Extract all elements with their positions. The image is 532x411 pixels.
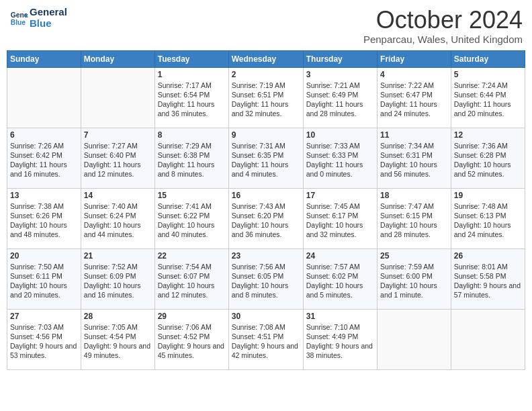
day-number: 31 (306, 312, 374, 321)
calendar-cell: 6Sunrise: 7:26 AM Sunset: 6:42 PM Daylig… (7, 128, 81, 188)
calendar-cell: 10Sunrise: 7:33 AM Sunset: 6:33 PM Dayli… (303, 128, 377, 188)
day-details: Sunrise: 7:50 AM Sunset: 6:11 PM Dayligh… (10, 262, 78, 300)
day-number: 22 (158, 251, 226, 261)
svg-text:Blue: Blue (11, 19, 26, 26)
day-number: 26 (454, 251, 522, 261)
day-number: 20 (10, 251, 78, 261)
day-details: Sunrise: 7:34 AM Sunset: 6:31 PM Dayligh… (380, 141, 448, 179)
day-number: 2 (232, 70, 300, 79)
day-number: 18 (380, 191, 448, 200)
day-details: Sunrise: 7:36 AM Sunset: 6:28 PM Dayligh… (454, 141, 522, 179)
calendar-cell: 2Sunrise: 7:19 AM Sunset: 6:51 PM Daylig… (228, 67, 303, 128)
day-details: Sunrise: 7:54 AM Sunset: 6:07 PM Dayligh… (158, 262, 226, 300)
day-details: Sunrise: 7:52 AM Sunset: 6:09 PM Dayligh… (84, 262, 152, 300)
day-details: Sunrise: 7:56 AM Sunset: 6:05 PM Dayligh… (232, 262, 300, 300)
calendar-cell: 3Sunrise: 7:21 AM Sunset: 6:49 PM Daylig… (303, 67, 377, 128)
calendar-cell: 8Sunrise: 7:29 AM Sunset: 6:38 PM Daylig… (154, 128, 228, 188)
day-number: 5 (454, 70, 522, 79)
day-details: Sunrise: 7:41 AM Sunset: 6:22 PM Dayligh… (158, 201, 226, 240)
calendar-cell: 26Sunrise: 8:01 AM Sunset: 5:58 PM Dayli… (451, 248, 525, 309)
calendar-cell: 20Sunrise: 7:50 AM Sunset: 6:11 PM Dayli… (7, 248, 81, 309)
day-details: Sunrise: 7:59 AM Sunset: 6:00 PM Dayligh… (380, 262, 448, 300)
calendar-cell: 5Sunrise: 7:24 AM Sunset: 6:44 PM Daylig… (451, 67, 525, 128)
day-details: Sunrise: 7:38 AM Sunset: 6:26 PM Dayligh… (10, 201, 78, 240)
calendar-cell: 12Sunrise: 7:36 AM Sunset: 6:28 PM Dayli… (451, 128, 525, 188)
day-number: 8 (158, 130, 226, 140)
calendar-cell (378, 309, 451, 369)
day-details: Sunrise: 7:57 AM Sunset: 6:02 PM Dayligh… (306, 262, 374, 300)
day-number: 4 (380, 70, 448, 79)
day-details: Sunrise: 7:08 AM Sunset: 4:51 PM Dayligh… (232, 322, 300, 361)
calendar-cell: 31Sunrise: 7:10 AM Sunset: 4:49 PM Dayli… (303, 309, 377, 369)
day-number: 25 (380, 251, 448, 261)
logo-icon: General Blue (9, 9, 28, 28)
day-number: 28 (84, 312, 152, 321)
day-number: 14 (84, 191, 152, 200)
calendar-cell: 7Sunrise: 7:27 AM Sunset: 6:40 PM Daylig… (81, 128, 154, 188)
day-details: Sunrise: 8:01 AM Sunset: 5:58 PM Dayligh… (454, 262, 522, 300)
col-header-thursday: Thursday (303, 50, 377, 67)
calendar-cell (7, 67, 81, 128)
title-block: October 2024 Penparcau, Wales, United Ki… (363, 7, 523, 45)
day-number: 30 (232, 312, 300, 321)
day-details: Sunrise: 7:03 AM Sunset: 4:56 PM Dayligh… (10, 322, 78, 361)
calendar-cell (451, 309, 525, 369)
day-number: 1 (158, 70, 226, 79)
col-header-saturday: Saturday (451, 50, 525, 67)
day-details: Sunrise: 7:06 AM Sunset: 4:52 PM Dayligh… (158, 322, 226, 361)
week-row-1: 1Sunrise: 7:17 AM Sunset: 6:54 PM Daylig… (7, 67, 525, 128)
day-details: Sunrise: 7:10 AM Sunset: 4:49 PM Dayligh… (306, 322, 374, 361)
day-details: Sunrise: 7:05 AM Sunset: 4:54 PM Dayligh… (84, 322, 152, 361)
calendar-cell: 30Sunrise: 7:08 AM Sunset: 4:51 PM Dayli… (228, 309, 303, 369)
day-number: 6 (10, 130, 78, 140)
col-header-sunday: Sunday (7, 50, 81, 67)
day-details: Sunrise: 7:47 AM Sunset: 6:15 PM Dayligh… (380, 201, 448, 240)
month-title: October 2024 (363, 7, 523, 34)
day-details: Sunrise: 7:21 AM Sunset: 6:49 PM Dayligh… (306, 81, 374, 119)
day-number: 24 (306, 251, 374, 261)
day-number: 21 (84, 251, 152, 261)
day-details: Sunrise: 7:45 AM Sunset: 6:17 PM Dayligh… (306, 201, 374, 240)
day-number: 10 (306, 130, 374, 140)
day-number: 3 (306, 70, 374, 79)
week-row-5: 27Sunrise: 7:03 AM Sunset: 4:56 PM Dayli… (7, 309, 525, 369)
svg-text:General: General (11, 11, 28, 19)
day-number: 29 (158, 312, 226, 321)
day-details: Sunrise: 7:27 AM Sunset: 6:40 PM Dayligh… (84, 141, 152, 179)
day-number: 17 (306, 191, 374, 200)
calendar-cell: 24Sunrise: 7:57 AM Sunset: 6:02 PM Dayli… (303, 248, 377, 309)
day-details: Sunrise: 7:24 AM Sunset: 6:44 PM Dayligh… (454, 81, 522, 119)
day-details: Sunrise: 7:29 AM Sunset: 6:38 PM Dayligh… (158, 141, 226, 179)
calendar-cell: 15Sunrise: 7:41 AM Sunset: 6:22 PM Dayli… (154, 188, 228, 248)
calendar-cell: 28Sunrise: 7:05 AM Sunset: 4:54 PM Dayli… (81, 309, 154, 369)
day-details: Sunrise: 7:48 AM Sunset: 6:13 PM Dayligh… (454, 201, 522, 240)
day-details: Sunrise: 7:31 AM Sunset: 6:35 PM Dayligh… (232, 141, 300, 179)
day-number: 16 (232, 191, 300, 200)
day-number: 12 (454, 130, 522, 140)
day-details: Sunrise: 7:26 AM Sunset: 6:42 PM Dayligh… (10, 141, 78, 179)
day-number: 15 (158, 191, 226, 200)
calendar-cell: 19Sunrise: 7:48 AM Sunset: 6:13 PM Dayli… (451, 188, 525, 248)
calendar-cell (81, 67, 154, 128)
calendar-cell: 18Sunrise: 7:47 AM Sunset: 6:15 PM Dayli… (378, 188, 451, 248)
week-row-2: 6Sunrise: 7:26 AM Sunset: 6:42 PM Daylig… (7, 128, 525, 188)
calendar-cell: 16Sunrise: 7:43 AM Sunset: 6:20 PM Dayli… (228, 188, 303, 248)
week-row-4: 20Sunrise: 7:50 AM Sunset: 6:11 PM Dayli… (7, 248, 525, 309)
calendar-cell: 27Sunrise: 7:03 AM Sunset: 4:56 PM Dayli… (7, 309, 81, 369)
header-row: SundayMondayTuesdayWednesdayThursdayFrid… (7, 50, 525, 67)
logo-general: General (30, 7, 67, 18)
day-number: 11 (380, 130, 448, 140)
day-number: 7 (84, 130, 152, 140)
calendar-cell: 17Sunrise: 7:45 AM Sunset: 6:17 PM Dayli… (303, 188, 377, 248)
col-header-tuesday: Tuesday (154, 50, 228, 67)
week-row-3: 13Sunrise: 7:38 AM Sunset: 6:26 PM Dayli… (7, 188, 525, 248)
calendar-cell: 13Sunrise: 7:38 AM Sunset: 6:26 PM Dayli… (7, 188, 81, 248)
logo-blue: Blue (30, 18, 67, 30)
col-header-friday: Friday (378, 50, 451, 67)
day-number: 13 (10, 191, 78, 200)
calendar-cell: 1Sunrise: 7:17 AM Sunset: 6:54 PM Daylig… (154, 67, 228, 128)
day-details: Sunrise: 7:33 AM Sunset: 6:33 PM Dayligh… (306, 141, 374, 179)
calendar-cell: 14Sunrise: 7:40 AM Sunset: 6:24 PM Dayli… (81, 188, 154, 248)
day-details: Sunrise: 7:43 AM Sunset: 6:20 PM Dayligh… (232, 201, 300, 240)
calendar-cell: 25Sunrise: 7:59 AM Sunset: 6:00 PM Dayli… (378, 248, 451, 309)
